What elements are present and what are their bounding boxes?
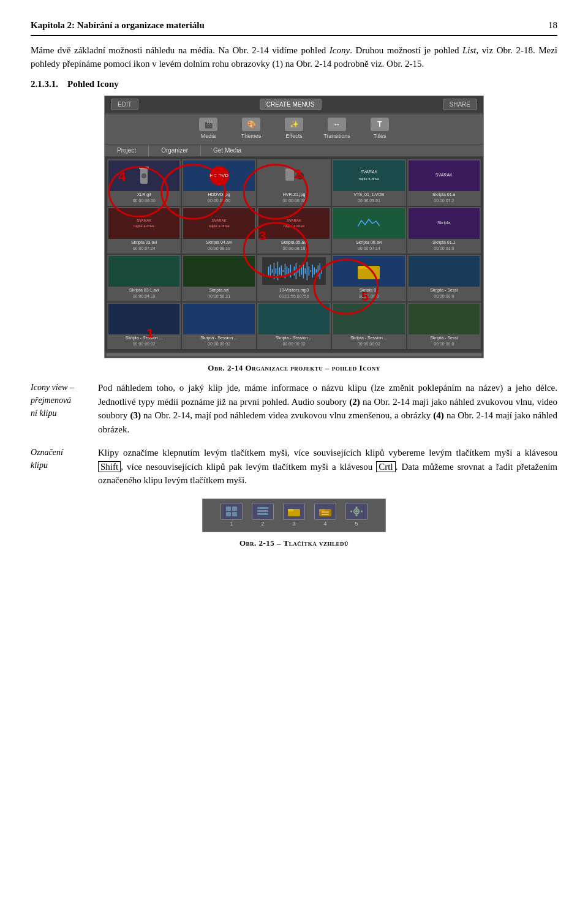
media-thumb: HD DVD — [183, 160, 254, 191]
media-time: 00:00:00:02 — [208, 341, 230, 348]
create-menus-bar: 🎬 Media 🎨 Themes ✨ Effects ↔ Transitions… — [105, 113, 483, 144]
view-button-3[interactable] — [283, 503, 305, 520]
project-button[interactable]: Project — [105, 145, 149, 156]
view-button-4[interactable] — [314, 503, 336, 520]
media-time: 00:00:08:19 — [208, 246, 230, 252]
list-item[interactable]: Skripta - Sessi 00:00:00:0 — [407, 255, 481, 301]
create-menus-icons: 🎬 Media 🎨 Themes ✨ Effects ↔ Transitions… — [105, 115, 483, 144]
list-item[interactable]: SVARAK Skripta 01.a 00:00:07:2 — [407, 159, 481, 206]
page-number: 18 — [548, 18, 557, 32]
media-thumb — [333, 304, 404, 334]
list-item[interactable]: Skripta 01 00:00:00:0 — [332, 255, 405, 301]
media-time: 00:00:06:00 — [283, 198, 306, 205]
media-name: Skripta 06.avi — [333, 239, 404, 246]
edit-button[interactable]: EDIT — [111, 99, 138, 110]
media-name: Skripta - Session ... — [333, 335, 404, 342]
horizontal-scrollbar[interactable] — [105, 352, 483, 358]
create-menus-button[interactable]: CREATE MENUS — [260, 99, 322, 110]
svg-rect-62 — [322, 511, 329, 513]
themes-label: Themes — [241, 132, 262, 141]
list-item[interactable]: Skripta - Session ... 00:00:00:02 — [257, 303, 331, 349]
media-time: 00:00:00:02 — [283, 341, 306, 348]
view-btn-1-container: 1 — [221, 503, 243, 529]
create-menus-section: CREATE MENUS — [254, 99, 328, 110]
media-name: Skripta - Session ... — [258, 335, 330, 342]
icony-view-section: Icony view –přejmenování klipu Pod náhle… — [31, 381, 557, 441]
effects-label: Effects — [285, 132, 302, 141]
media-name: Skripta 04.avi — [183, 239, 254, 246]
media-time: 00:00:58:21 — [208, 293, 230, 300]
list-item[interactable]: 10-Visitors.mp3 00:01:55:00756 — [257, 255, 331, 301]
share-button[interactable]: SHARE — [443, 99, 477, 110]
media-grid-wrapper: XLR.gif 00:00:06:00 HD DVD HDDVD.jpg 00:… — [105, 157, 483, 352]
svg-rect-56 — [257, 510, 268, 512]
media-time: 00:00:00:0 — [434, 341, 454, 348]
list-item[interactable]: Skripta - Session ... 00:00:00:02 — [107, 303, 181, 349]
media-name: Skripta 01.1 — [409, 239, 480, 246]
transitions-label: Transitions — [323, 132, 350, 141]
view-button-1[interactable] — [221, 503, 243, 520]
list-item[interactable]: Skripta 06.avi 00:00:07:14 — [332, 207, 405, 254]
scrollbar-track — [106, 353, 482, 356]
svg-rect-52 — [232, 507, 237, 511]
media-name: Skripta 05.avi — [258, 239, 330, 246]
media-name: Skripta 03.avi — [108, 239, 179, 246]
list-item[interactable]: HD DVD HDDVD.jpg 00:00:06:00 — [182, 159, 255, 206]
media-time: 00:00:07:24 — [133, 246, 156, 252]
media-thumb — [333, 208, 404, 239]
media-name: Skripta - Sessi — [409, 335, 480, 342]
view-button-5[interactable] — [345, 503, 368, 520]
list-item[interactable]: Skripta - Session ... 00:00:00:02 — [182, 303, 255, 349]
transitions-icon-item[interactable]: ↔ Transitions — [322, 118, 352, 141]
list-item[interactable]: Skripta.avi 00:00:58:21 — [182, 255, 255, 301]
media-thumb: SVARAKnajtie a drive — [183, 208, 254, 239]
media-thumb — [183, 256, 254, 287]
svg-point-5 — [296, 172, 304, 179]
media-time: 00:00:00:02 — [133, 341, 156, 348]
figure-caption-1: Obr. 2-14 Organizace projektu – pohled I… — [31, 362, 557, 374]
view-btn-5-container: 5 — [345, 503, 368, 529]
list-item[interactable]: XLR.gif 00:00:06:00 — [107, 159, 181, 206]
media-icon-item[interactable]: 🎬 Media — [193, 118, 224, 141]
paragraph-icony: Pod náhledem toho, o jaký klip jde, máme… — [98, 381, 557, 436]
media-thumb: SVARAKnajtie a drive — [108, 208, 179, 239]
titles-label: Titles — [373, 132, 386, 141]
effects-icon: ✨ — [285, 118, 303, 131]
svg-rect-59 — [288, 509, 293, 511]
view-btn-3-num: 3 — [292, 520, 295, 529]
media-thumb: SVARAKnajtie a drive — [333, 160, 404, 191]
list-item[interactable]: Skripta - Sessi 00:00:00:0 — [407, 303, 481, 349]
list-item[interactable]: Skripta 03:1.avi 00:00:04:19 — [107, 255, 181, 301]
media-name: Skripta - Sessi — [409, 287, 480, 294]
titles-icon-item[interactable]: T Titles — [364, 118, 395, 141]
media-time: 00:00:06:00 — [208, 198, 230, 205]
list-item[interactable]: SVARAKnajtie a drive Skripta 03.avi 00:0… — [107, 207, 181, 254]
svg-rect-57 — [257, 513, 268, 515]
media-time: 00:00:07:2 — [434, 198, 454, 205]
media-thumb — [258, 160, 330, 191]
media-name: Skripta 03:1.avi — [108, 287, 179, 294]
sub-toolbar: Project Organizer Get Media — [105, 144, 483, 157]
media-thumb: SVARAKnajtie a drive — [258, 208, 330, 239]
list-item[interactable]: Skripta - Session ... 00:00:00:02 — [332, 303, 405, 349]
get-media-button[interactable]: Get Media — [201, 145, 254, 156]
media-name: Skripta - Session ... — [108, 335, 179, 342]
section-heading: 2.1.3.1. Pohled Icony — [31, 77, 557, 91]
svg-rect-53 — [226, 512, 231, 516]
svg-rect-51 — [226, 507, 231, 511]
view-button-2[interactable] — [252, 503, 274, 520]
svg-rect-2 — [139, 167, 149, 169]
main-toolbar: EDIT CREATE MENUS SHARE — [105, 96, 483, 113]
media-time: 00:00:04:19 — [133, 293, 156, 300]
ctrl-key: Crtl — [376, 461, 395, 472]
list-item[interactable]: SVARAKnajtie a drive VTS_01_1.VOB 00:06:… — [332, 159, 405, 206]
list-item[interactable]: SVARAKnajtie a drive Skripta 05.avi 00:0… — [257, 207, 331, 254]
themes-icon-item[interactable]: 🎨 Themes — [236, 118, 266, 141]
organizer-button[interactable]: Organizer — [149, 145, 201, 156]
list-item[interactable]: Skripta Skripta 01.1 00:00:01:0 — [407, 207, 481, 254]
media-time: 00:00:01:0 — [434, 246, 454, 252]
list-item[interactable]: HVR-Z1.jpg 00:00:06:00 — [257, 159, 331, 206]
effects-icon-item[interactable]: ✨ Effects — [279, 118, 309, 141]
media-name: HVR-Z1.jpg — [258, 192, 330, 198]
list-item[interactable]: SVARAKnajtie a drive Skripta 04.avi 00:0… — [182, 207, 255, 254]
